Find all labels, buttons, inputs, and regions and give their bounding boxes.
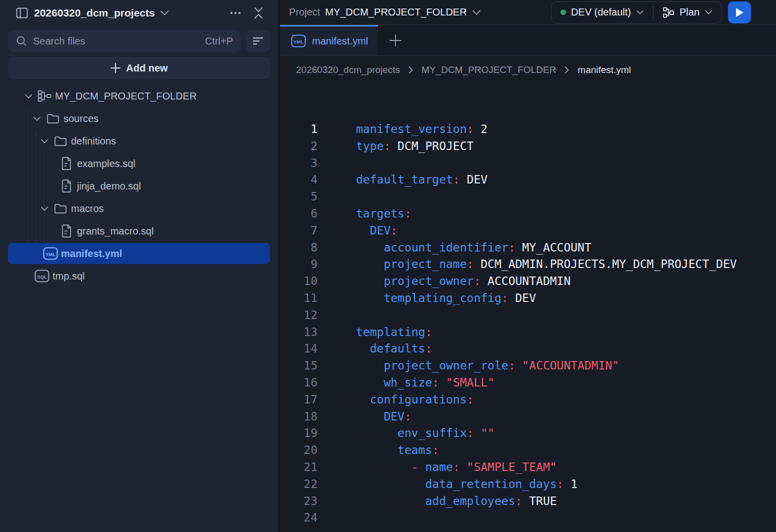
line-number: 3: [280, 155, 318, 172]
svg-text:YML: YML: [294, 39, 304, 44]
chevron-right-icon: [564, 66, 570, 74]
project-selector[interactable]: Project MY_DCM_PROJECT_FOLDER: [289, 6, 481, 18]
line-number: 12: [280, 307, 318, 324]
code-text[interactable]: env_suffix: "": [356, 425, 494, 442]
tree-item-examples-sql[interactable]: examples.sql: [8, 153, 270, 174]
plus-icon: [389, 34, 402, 47]
collapse-panel-button[interactable]: [250, 4, 267, 22]
project-icon: [37, 90, 52, 102]
tree-item-label: macros: [71, 203, 104, 214]
code-line: 9 project_name: DCM_ADMIN.PROJECTS.MY_DC…: [280, 256, 776, 273]
folder-icon: [53, 203, 68, 214]
file-explorer-sidebar: 20260320_dcm_projects Ctrl+P: [0, 0, 278, 532]
code-line: 7 DEV:: [280, 222, 776, 240]
code-line: 20 teams:: [280, 442, 776, 459]
code-text[interactable]: wh_size: "SMALL": [356, 374, 494, 392]
tab-bar: YML manifest.yml: [280, 25, 776, 56]
tree-item-jinja-demo-sql[interactable]: jinja_demo.sql: [8, 176, 270, 196]
file-search-box[interactable]: Ctrl+P: [8, 30, 241, 52]
chevron-down-icon: [472, 10, 481, 16]
chevron-down-icon: [160, 10, 169, 16]
line-number: 7: [280, 222, 318, 240]
environment-selector[interactable]: DEV (default): [560, 6, 644, 18]
plan-label: Plan: [680, 6, 700, 18]
code-text[interactable]: DEV:: [356, 408, 412, 426]
chevron-down-icon[interactable]: [32, 116, 42, 122]
chevron-down-icon[interactable]: [39, 206, 50, 212]
code-text[interactable]: templating_config: DEV: [356, 290, 536, 307]
code-text[interactable]: project_owner: ACCOUNTADMIN: [356, 273, 570, 290]
line-number: 18: [280, 408, 318, 426]
plan-graph-icon: [662, 7, 674, 18]
sort-files-button[interactable]: [246, 30, 270, 52]
code-text[interactable]: account_identifier: MY_ACCOUNT: [356, 240, 592, 256]
new-tab-button[interactable]: [378, 25, 413, 56]
tab-manifest-yml[interactable]: YML manifest.yml: [280, 25, 378, 56]
more-options-button[interactable]: [227, 4, 244, 22]
tree-item-sources[interactable]: sources: [8, 108, 270, 129]
line-number: 22: [280, 476, 318, 493]
breadcrumb: 20260320_dcm_projectsMY_DCM_PROJECT_FOLD…: [280, 56, 776, 84]
tree-item-my-dcm-project-folder[interactable]: MY_DCM_PROJECT_FOLDER: [8, 86, 270, 106]
line-number: 15: [280, 358, 318, 374]
code-text[interactable]: templating:: [356, 324, 432, 341]
code-text[interactable]: project_owner_role: "ACCOUNTADMIN": [356, 358, 619, 374]
tree-item-manifest-yml[interactable]: YMLmanifest.yml: [8, 243, 270, 264]
code-text[interactable]: defaults:: [356, 340, 432, 358]
breadcrumb-item[interactable]: manifest.yml: [578, 64, 631, 76]
code-line: 5: [280, 188, 776, 206]
yml-icon: YML: [43, 247, 58, 260]
chevron-down-icon[interactable]: [23, 94, 34, 99]
code-text[interactable]: default_target: DEV: [356, 172, 488, 188]
chevron-down-icon[interactable]: [39, 138, 50, 144]
code-line: 19 env_suffix: "": [280, 425, 776, 442]
chevron-right-icon: [408, 66, 414, 74]
code-text[interactable]: targets:: [356, 206, 412, 222]
code-line: 4default_target: DEV: [280, 172, 776, 188]
tree-item-label: sources: [64, 113, 98, 124]
code-line: 3: [280, 155, 776, 172]
breadcrumb-item[interactable]: MY_DCM_PROJECT_FOLDER: [422, 64, 556, 76]
code-line: 24: [280, 510, 776, 526]
status-dot-icon: [560, 10, 566, 15]
sidebar-header: 20260320_dcm_projects: [8, 0, 270, 26]
run-button[interactable]: [728, 2, 751, 24]
code-editor[interactable]: 1manifest_version: 22type: DCM_PROJECT34…: [280, 84, 776, 532]
code-text[interactable]: teams:: [356, 442, 439, 459]
tab-label: manifest.yml: [312, 36, 368, 47]
tree-item-label: grants_macro.sql: [77, 226, 154, 237]
tree-item-grants-macro-sql[interactable]: grants_macro.sql: [8, 220, 270, 242]
code-line: 1manifest_version: 2: [280, 121, 776, 138]
code-text[interactable]: project_name: DCM_ADMIN.PROJECTS.MY_DCM_…: [356, 256, 737, 273]
code-line: 8 account_identifier: MY_ACCOUNT: [280, 240, 776, 256]
tree-item-label: tmp.sql: [52, 270, 84, 282]
yml-file-icon: YML: [291, 34, 306, 48]
plan-selector[interactable]: Plan: [662, 6, 712, 18]
folder-icon: [53, 136, 68, 146]
line-number: 2: [280, 138, 318, 155]
environment-pill: DEV (default) Plan: [551, 2, 722, 24]
add-new-button[interactable]: Add new: [8, 57, 270, 79]
code-text[interactable]: manifest_version: 2: [356, 121, 488, 138]
line-number: 6: [280, 206, 318, 222]
code-text[interactable]: type: DCM_PROJECT: [356, 138, 474, 155]
sort-lines-icon: [252, 36, 264, 46]
workspace-selector[interactable]: 20260320_dcm_projects: [34, 7, 169, 19]
tree-item-tmp-sql[interactable]: SQLtmp.sql: [8, 266, 270, 286]
plus-icon: [110, 62, 121, 74]
line-number: 9: [280, 256, 318, 273]
search-input[interactable]: [33, 36, 199, 47]
tree-item-definitions[interactable]: definitions: [8, 130, 270, 152]
code-text[interactable]: add_employees: TRUE: [356, 493, 557, 510]
code-text[interactable]: - name: "SAMPLE_TEAM": [356, 459, 557, 476]
editor-panel: Project MY_DCM_PROJECT_FOLDER DEV (defau…: [280, 0, 776, 532]
breadcrumb-item[interactable]: 20260320_dcm_projects: [296, 64, 400, 76]
line-number: 19: [280, 425, 318, 442]
code-text[interactable]: data_retention_days: 1: [356, 476, 578, 493]
code-text[interactable]: DEV:: [356, 222, 398, 240]
line-number: 23: [280, 493, 318, 510]
code-line: 18 DEV:: [280, 408, 776, 426]
tree-item-macros[interactable]: macros: [8, 198, 270, 219]
code-text[interactable]: configurations:: [356, 392, 474, 408]
code-line: 10 project_owner: ACCOUNTADMIN: [280, 273, 776, 290]
